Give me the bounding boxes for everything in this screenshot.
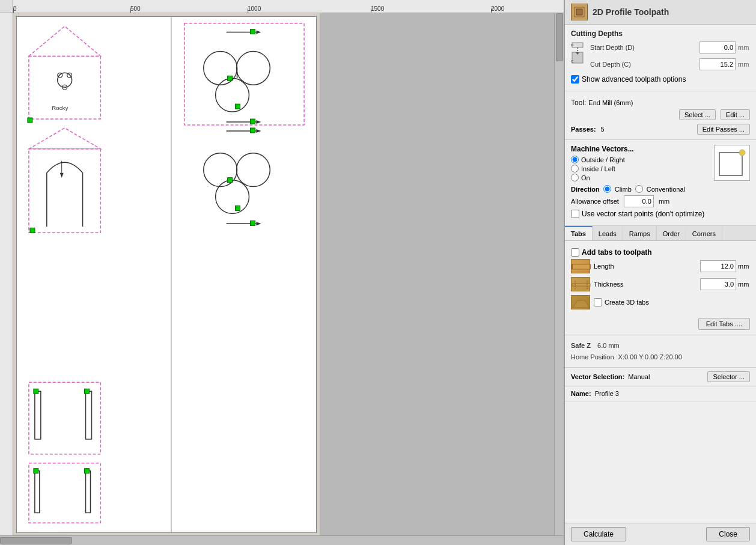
- tab-ramps[interactable]: Ramps: [623, 226, 657, 240]
- svg-rect-58: [572, 264, 590, 269]
- svg-rect-24: [250, 128, 255, 133]
- add-tabs-checkbox[interactable]: [571, 248, 579, 257]
- svg-rect-21: [250, 119, 255, 124]
- edit-tool-button[interactable]: Edit ...: [721, 109, 750, 120]
- v-scroll-thumb[interactable]: [556, 13, 563, 61]
- direction-label: Direction: [571, 186, 600, 193]
- allowance-unit: mm: [659, 198, 669, 205]
- passes-row: Passes: 5 Edit Passes ...: [571, 124, 750, 135]
- ruler-top: 0 500 1000 1500 2000: [0, 0, 564, 13]
- create-3d-checkbox-row: Create 3D tabs: [594, 298, 649, 306]
- outside-right-radio[interactable]: [571, 156, 579, 163]
- vector-start-checkbox[interactable]: [571, 210, 579, 218]
- start-depth-input[interactable]: [700, 41, 736, 53]
- cut-depth-input[interactable]: [700, 58, 736, 70]
- create-3d-icon: [571, 295, 590, 309]
- panel-title-text: 2D Profile Toolpath: [593, 7, 669, 17]
- h-scroll-thumb[interactable]: [0, 537, 72, 544]
- on-label: On: [581, 174, 590, 181]
- v-scrollbar[interactable]: [554, 13, 564, 535]
- ruler-marks: 0 500 1000 1500 2000: [13, 0, 564, 13]
- climb-label: Climb: [615, 186, 632, 193]
- ruler-label-1500: 1500: [371, 5, 384, 12]
- svg-rect-17: [228, 76, 233, 81]
- length-row: Length mm: [571, 259, 750, 273]
- close-button[interactable]: Close: [706, 527, 750, 541]
- svg-rect-38: [29, 382, 101, 454]
- svg-point-15: [216, 78, 249, 112]
- mv-controls: Machine Vectors... Outside / Right Insid…: [571, 145, 709, 183]
- machine-vectors-section: Machine Vectors... Outside / Right Insid…: [565, 140, 756, 226]
- conventional-label: Conventional: [647, 186, 685, 193]
- canvas-body: Rocky: [0, 13, 564, 535]
- design-canvas: Rocky: [16, 16, 317, 533]
- calculate-button[interactable]: Calculate: [571, 527, 626, 541]
- climb-radio[interactable]: [603, 185, 611, 193]
- ruler-left: [0, 13, 13, 535]
- safe-z-section: Safe Z 6.0 mm Home Position X:0.00 Y:0.0…: [565, 335, 756, 368]
- passes-value: 5: [601, 126, 692, 133]
- name-row: Name: Profile 3: [565, 386, 756, 401]
- create-3d-checkbox[interactable]: [594, 298, 602, 306]
- svg-rect-41: [86, 391, 92, 439]
- inside-left-label: Inside / Left: [581, 165, 615, 172]
- ruler-label-2000: 2000: [491, 5, 504, 12]
- svg-rect-40: [34, 389, 38, 394]
- safe-z-row: Safe Z 6.0 mm: [571, 340, 750, 352]
- home-label: Home Position: [571, 353, 614, 361]
- tab-leads[interactable]: Leads: [593, 226, 623, 240]
- svg-text:Rocky: Rocky: [52, 105, 69, 111]
- mv-header: Machine Vectors... Outside / Right Insid…: [571, 145, 750, 183]
- inside-left-row: Inside / Left: [571, 165, 709, 172]
- edit-passes-button[interactable]: Edit Passes ...: [697, 124, 750, 135]
- allowance-label: Allowance offset: [571, 198, 619, 205]
- tab-order[interactable]: Order: [657, 226, 686, 240]
- thickness-row: Thickness mm: [571, 277, 750, 291]
- svg-rect-28: [228, 178, 233, 183]
- add-tabs-row: Add tabs to toolpath: [571, 248, 750, 257]
- svg-rect-12: [250, 29, 255, 34]
- vector-preview: [714, 145, 750, 181]
- conventional-radio[interactable]: [635, 185, 643, 193]
- h-scrollbar[interactable]: [0, 535, 564, 545]
- create-3d-label: Create 3D tabs: [605, 299, 649, 306]
- cut-depth-unit: mm: [738, 61, 750, 68]
- name-label: Name:: [571, 390, 591, 397]
- canvas-main[interactable]: Rocky: [13, 13, 564, 535]
- svg-rect-44: [35, 471, 40, 513]
- tool-section: Tool: End Mill (6mm) Select ... Edit ...…: [565, 91, 756, 140]
- tab-corners[interactable]: Corners: [686, 226, 722, 240]
- vector-start-row: Use vector start points (don't optimize): [571, 210, 750, 218]
- length-input[interactable]: [700, 260, 736, 272]
- svg-point-57: [739, 150, 745, 156]
- safe-z-value: 6.0 mm: [597, 342, 620, 349]
- outside-right-label: Outside / Right: [581, 156, 625, 163]
- svg-marker-31: [256, 222, 261, 225]
- ruler-label-1000: 1000: [248, 5, 261, 12]
- cut-depth-row: Cut Depth (C) mm: [590, 58, 750, 70]
- cut-depth-label: Cut Depth (C): [590, 61, 697, 68]
- svg-rect-29: [236, 206, 240, 210]
- thickness-label: Thickness: [594, 281, 700, 288]
- selector-button[interactable]: Selector ...: [707, 371, 750, 382]
- svg-marker-11: [256, 31, 261, 34]
- svg-rect-46: [86, 471, 91, 513]
- tab-tabs[interactable]: Tabs: [565, 226, 593, 240]
- thickness-icon: [571, 277, 590, 291]
- edit-tabs-button[interactable]: Edit Tabs ....: [698, 318, 750, 330]
- add-tabs-label: Add tabs to toolpath: [582, 248, 652, 257]
- show-advanced-checkbox[interactable]: [571, 75, 579, 84]
- right-panel: 2D Profile Toolpath Cutting Depths D C S…: [564, 0, 756, 545]
- allowance-input[interactable]: [624, 195, 654, 207]
- safe-z-label: Safe Z: [571, 342, 591, 349]
- select-tool-button[interactable]: Select ...: [679, 109, 716, 120]
- home-row: Home Position X:0.00 Y:0.00 Z:20.00: [571, 352, 750, 363]
- tab-navigation: Tabs Leads Ramps Order Corners: [565, 226, 756, 241]
- thickness-input[interactable]: [700, 278, 736, 290]
- svg-point-14: [237, 51, 270, 85]
- svg-rect-47: [85, 469, 90, 473]
- bottom-buttons: Calculate Close: [565, 523, 756, 545]
- inside-left-radio[interactable]: [571, 165, 579, 172]
- on-radio[interactable]: [571, 174, 579, 181]
- svg-marker-33: [29, 128, 101, 149]
